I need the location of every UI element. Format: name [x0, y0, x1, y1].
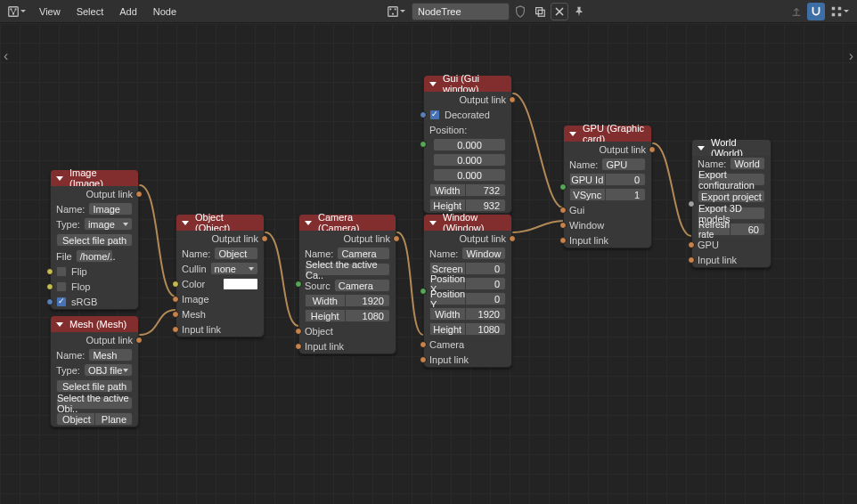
- object-socket: Object: [299, 323, 396, 338]
- vsync-field[interactable]: VSync1: [564, 187, 651, 202]
- shield-icon[interactable]: [511, 3, 529, 20]
- out-link: Output link: [564, 142, 651, 157]
- node-header[interactable]: Camera (Camera): [299, 215, 396, 231]
- pos2-input[interactable]: 0.000: [433, 168, 506, 182]
- flop-check[interactable]: Flop: [51, 279, 138, 294]
- export-project-button[interactable]: Export project: [698, 190, 765, 203]
- out-link: Output link: [176, 231, 264, 246]
- input-socket: Input link: [564, 232, 651, 248]
- srgb-check[interactable]: sRGB: [51, 294, 138, 309]
- world-name-input[interactable]: World: [730, 157, 765, 170]
- out-link: Output link: [424, 92, 511, 107]
- unlink-icon[interactable]: [551, 3, 568, 20]
- node-header[interactable]: Mesh (Mesh): [51, 316, 138, 332]
- object-name-input[interactable]: Object: [214, 247, 258, 260]
- mesh-type-select[interactable]: OBJ file: [84, 363, 133, 377]
- scroll-right-icon[interactable]: ›: [849, 48, 853, 64]
- decorated-check[interactable]: Decorated: [424, 107, 511, 122]
- select-active-obj-button[interactable]: Select the active Obj..: [56, 396, 133, 410]
- obj-val[interactable]: Plane: [95, 412, 134, 426]
- gpu-name-input[interactable]: GPU: [601, 158, 646, 171]
- gpuid-field[interactable]: GPU Id0: [564, 172, 651, 187]
- win-height-field[interactable]: Height1080: [424, 321, 511, 337]
- gui-height-field[interactable]: Height932: [424, 198, 511, 213]
- svg-rect-10: [832, 6, 836, 10]
- node-mesh[interactable]: Mesh (Mesh) Output link Name:Mesh Type:O…: [50, 315, 139, 427]
- menu-view[interactable]: View: [32, 0, 68, 23]
- node-gui[interactable]: Gui (Gui window) Output link Decorated P…: [423, 75, 512, 214]
- camera-source-input[interactable]: Camera: [334, 279, 390, 292]
- top-header: View Select Add Node NodeTree: [0, 0, 857, 23]
- window-name-input[interactable]: Window: [461, 247, 506, 260]
- snap-options-dropdown[interactable]: [827, 3, 853, 20]
- svg-rect-9: [538, 10, 544, 16]
- node-header[interactable]: GPU (Graphic card): [564, 126, 651, 142]
- node-camera[interactable]: Camera (Camera) Output link Name:Camera …: [298, 214, 396, 354]
- select-file-path-button[interactable]: Select file path: [56, 233, 133, 247]
- out-link: Output link: [424, 231, 511, 246]
- pos0-input[interactable]: 0.000: [433, 138, 506, 151]
- out-link: Output link: [51, 332, 138, 347]
- export-3dmodels-button[interactable]: Export 3D models: [698, 207, 765, 220]
- node-image[interactable]: Image (Image) Output link Name:Image Typ…: [50, 169, 139, 310]
- mesh-socket: Mesh: [176, 306, 264, 321]
- image-name-input[interactable]: Image: [88, 202, 133, 215]
- nodetree-name-field[interactable]: NodeTree: [412, 3, 510, 20]
- editor-type-dropdown[interactable]: [4, 3, 30, 20]
- snap-icon[interactable]: [807, 3, 825, 20]
- nodetree-type-dropdown[interactable]: [383, 3, 410, 20]
- svg-rect-8: [536, 7, 543, 13]
- node-object[interactable]: Object (Object) Output link Name:Object …: [175, 214, 265, 337]
- gui-socket: Gui: [564, 202, 651, 217]
- color-socket[interactable]: Color: [176, 276, 264, 291]
- svg-rect-12: [832, 12, 836, 16]
- menu-node[interactable]: Node: [146, 0, 184, 23]
- node-header[interactable]: Window (Window): [424, 215, 511, 231]
- select-active-camera-button[interactable]: Select the active Ca..: [305, 263, 390, 276]
- node-header[interactable]: Gui (Gui window): [424, 76, 511, 92]
- node-header[interactable]: World (World): [692, 140, 771, 156]
- window-socket: Window: [564, 217, 651, 232]
- node-canvas[interactable]: ‹ › Image (Image) Output link Name:Image…: [0, 23, 857, 504]
- refresh-rate-field[interactable]: Refresh rate60: [692, 222, 771, 237]
- copy-icon[interactable]: [531, 3, 549, 20]
- camera-name-input[interactable]: Camera: [337, 247, 390, 260]
- node-window[interactable]: Window (Window) Output link Name:Window …: [423, 214, 512, 368]
- scroll-left-icon[interactable]: ‹: [4, 48, 8, 64]
- input-socket: Input link: [424, 352, 511, 367]
- input-socket: Input link: [692, 252, 771, 267]
- svg-point-6: [395, 8, 396, 10]
- obj-label: Object: [56, 412, 95, 426]
- node-world[interactable]: World (World) Name:World Export configur…: [691, 139, 771, 268]
- mesh-name-input[interactable]: Mesh: [88, 348, 133, 362]
- node-gpu[interactable]: GPU (Graphic card) Output link Name:GPU …: [563, 125, 652, 248]
- svg-rect-11: [838, 6, 842, 10]
- height-field[interactable]: Height1080: [299, 308, 396, 323]
- flip-check[interactable]: Flip: [51, 264, 138, 279]
- gpu-socket: GPU: [692, 237, 771, 252]
- gui-width-field[interactable]: Width732: [424, 183, 511, 198]
- menu-add[interactable]: Add: [112, 0, 144, 23]
- camera-socket: Camera: [424, 337, 511, 352]
- file-path-input[interactable]: /home/..: [76, 249, 113, 263]
- input-socket: Input link: [299, 338, 396, 354]
- node-header[interactable]: Object (Object): [176, 215, 264, 231]
- pos1-input[interactable]: 0.000: [433, 153, 506, 167]
- out-link: Output link: [299, 231, 396, 246]
- image-type-select[interactable]: image: [84, 217, 133, 231]
- position-label: Position:: [424, 122, 511, 137]
- svg-rect-13: [838, 12, 842, 16]
- parent-icon[interactable]: [788, 3, 805, 20]
- pin-icon[interactable]: [570, 3, 588, 20]
- select-file-path-button[interactable]: Select file path: [56, 379, 133, 393]
- width-field[interactable]: Width1920: [299, 293, 396, 308]
- menu-select[interactable]: Select: [69, 0, 111, 23]
- image-socket: Image: [176, 291, 264, 306]
- posy-field[interactable]: Position Y0: [424, 291, 511, 306]
- input-socket: Input link: [176, 321, 264, 337]
- culling-select[interactable]: none: [210, 262, 258, 275]
- win-width-field[interactable]: Width1920: [424, 306, 511, 321]
- node-header[interactable]: Image (Image): [51, 170, 138, 186]
- export-config-button[interactable]: Export configuration: [698, 173, 765, 186]
- color-swatch[interactable]: [223, 278, 258, 290]
